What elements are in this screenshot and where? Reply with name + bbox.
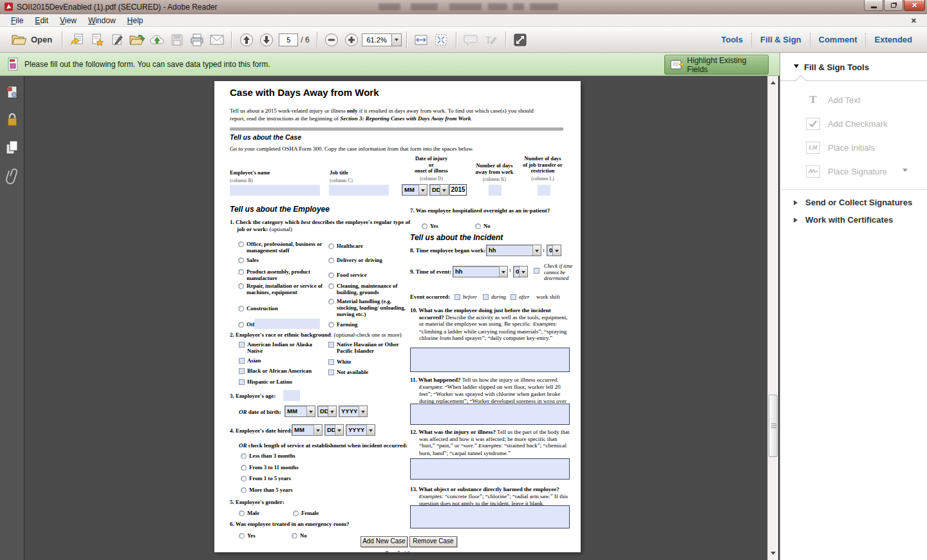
menu-help[interactable]: Help: [122, 14, 149, 26]
checkbox[interactable]: [239, 368, 245, 374]
radio-button[interactable]: [238, 322, 244, 328]
service-length-option[interactable]: More than 5 years: [241, 487, 337, 493]
add-text-tool[interactable]: T Add Text: [806, 93, 922, 107]
security-lock-icon[interactable]: [5, 111, 19, 131]
fit-page-button[interactable]: [431, 30, 451, 50]
job-category-option[interactable]: Repair, installation or service of machi…: [238, 283, 323, 295]
er-option-yes[interactable]: Yes: [239, 532, 271, 539]
er-option-no[interactable]: No: [292, 532, 324, 539]
add-new-case-button[interactable]: Add New Case: [360, 536, 407, 547]
race-option[interactable]: White: [328, 359, 404, 365]
toolbar-close-icon[interactable]: ✕: [911, 17, 917, 25]
radio-button[interactable]: [328, 243, 334, 249]
chevron-down-icon[interactable]: [499, 266, 507, 277]
radio-button[interactable]: [238, 283, 244, 289]
job-category-option[interactable]: Office, professional, business or manage…: [238, 241, 323, 254]
service-length-option[interactable]: From 1 to 5 years: [241, 475, 337, 481]
radio-button[interactable]: [238, 269, 244, 275]
chevron-down-icon[interactable]: [306, 406, 315, 416]
question-13-answer-field[interactable]: [410, 505, 570, 528]
service-length-option[interactable]: From 3 to 11 months: [241, 464, 337, 471]
radio-button[interactable]: [241, 487, 247, 493]
sign-document-button[interactable]: [107, 30, 127, 50]
job-category-option[interactable]: Food service: [328, 272, 406, 278]
dob-year-dropdown[interactable]: YYYY: [339, 406, 368, 417]
open-recent-button[interactable]: [127, 30, 147, 50]
menu-view[interactable]: View: [54, 14, 82, 26]
close-button[interactable]: ✕: [904, 0, 925, 11]
job-category-option[interactable]: Farming: [328, 321, 406, 328]
open-button[interactable]: Open: [6, 32, 57, 48]
radio-button[interactable]: [238, 241, 244, 247]
tab-fill-sign[interactable]: Fill & Sign: [752, 35, 810, 44]
radio-button[interactable]: [239, 510, 245, 516]
question-12-answer-field[interactable]: [410, 458, 570, 480]
chevron-down-icon[interactable]: [359, 406, 367, 416]
job-category-option[interactable]: Sales: [238, 257, 323, 263]
create-pdf-button[interactable]: [87, 30, 107, 50]
race-option[interactable]: Asian: [239, 357, 317, 364]
checkbox[interactable]: [239, 342, 245, 348]
checkbox[interactable]: [510, 294, 516, 300]
radio-button[interactable]: [328, 283, 334, 289]
radio-button[interactable]: [292, 533, 297, 539]
chevron-down-icon[interactable]: [532, 245, 541, 256]
menu-edit[interactable]: Edit: [29, 14, 54, 26]
next-page-button[interactable]: [256, 30, 276, 50]
injury-day-dropdown[interactable]: DD: [429, 184, 449, 196]
event-hour-dropdown[interactable]: hh: [453, 266, 508, 277]
hired-month-dropdown[interactable]: MM: [292, 424, 323, 436]
hospitalized-option-yes[interactable]: Yes: [422, 223, 454, 229]
menu-window[interactable]: Window: [82, 14, 122, 26]
radio-button[interactable]: [475, 223, 481, 229]
began-work-minute-dropdown[interactable]: 00: [547, 245, 561, 256]
chevron-down-icon[interactable]: [366, 425, 375, 435]
days-away-field[interactable]: [489, 185, 501, 196]
gender-option-female[interactable]: Female: [293, 510, 332, 516]
save-button[interactable]: [167, 30, 187, 50]
radio-button[interactable]: [422, 223, 427, 229]
other-job-category-field[interactable]: [254, 319, 320, 329]
race-option[interactable]: Hispanic or Latino: [239, 378, 317, 385]
radio-button[interactable]: [328, 257, 334, 263]
dob-day-dropdown[interactable]: DD: [317, 406, 337, 417]
question-10-answer-field[interactable]: [410, 348, 570, 372]
zoom-out-button[interactable]: [322, 30, 342, 50]
gender-option-male[interactable]: Male: [239, 510, 277, 516]
chevron-down-icon[interactable]: [418, 185, 427, 195]
cloud-upload-button[interactable]: [147, 30, 167, 50]
scroll-up-button[interactable]: [768, 76, 778, 87]
chevron-down-icon[interactable]: [328, 406, 336, 416]
radio-button[interactable]: [328, 299, 334, 304]
race-option[interactable]: Native Hawaiian or Other Pacific Islande…: [328, 341, 404, 354]
checkbox[interactable]: [239, 379, 245, 385]
work-with-certificates-section[interactable]: Work with Certificates: [794, 215, 893, 225]
chevron-down-icon[interactable]: [314, 425, 322, 435]
send-collect-signatures-section[interactable]: Send or Collect Signatures: [794, 198, 912, 207]
injury-month-dropdown[interactable]: MM: [402, 184, 427, 196]
comment-bubble-button[interactable]: [461, 30, 481, 50]
chevron-down-icon[interactable]: [552, 245, 561, 256]
chevron-down-icon[interactable]: [440, 185, 448, 195]
radio-button[interactable]: [238, 306, 244, 312]
remove-case-button[interactable]: Remove Case: [409, 536, 457, 547]
job-category-option[interactable]: Delivery or driving: [328, 257, 406, 263]
scrollbar-thumb[interactable]: [769, 395, 778, 457]
question-11-answer-field[interactable]: [410, 404, 570, 425]
checkbox[interactable]: [328, 369, 334, 375]
injury-year-field[interactable]: 2015: [449, 184, 467, 196]
export-pdf-button[interactable]: [67, 30, 87, 50]
print-button[interactable]: [187, 30, 207, 50]
event-after-option[interactable]: after: [510, 294, 535, 300]
radio-button[interactable]: [241, 453, 247, 459]
email-button[interactable]: [207, 30, 227, 50]
job-transfer-days-field[interactable]: [538, 185, 550, 196]
hospitalized-option-no[interactable]: No: [475, 223, 507, 229]
chevron-down-icon[interactable]: [903, 169, 908, 174]
job-category-option[interactable]: Healthcare: [328, 243, 406, 249]
radio-button[interactable]: [239, 533, 245, 539]
dob-month-dropdown[interactable]: MM: [285, 406, 315, 417]
time-undetermined-checkbox[interactable]: [534, 268, 539, 274]
employee-age-field[interactable]: [283, 390, 300, 401]
pages-icon[interactable]: [5, 139, 20, 158]
